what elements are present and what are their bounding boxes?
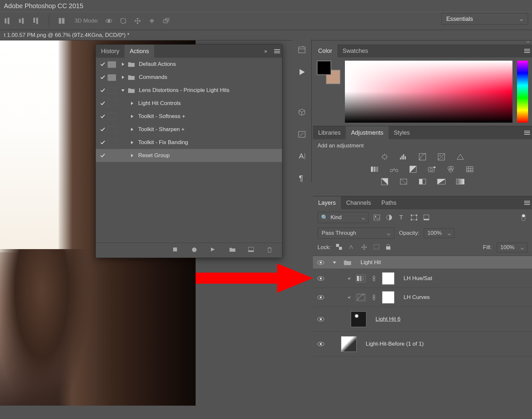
filter-pixel-icon[interactable] — [373, 214, 381, 221]
collapse-right-icon[interactable]: ›› — [313, 39, 532, 44]
lock-position-icon[interactable] — [361, 244, 368, 251]
chevron-down-icon[interactable] — [332, 261, 336, 264]
filter-adjustment-icon[interactable] — [385, 214, 393, 221]
tab-paths[interactable]: Paths — [376, 196, 402, 209]
collapse-icon[interactable]: » — [259, 45, 272, 58]
color-swatches[interactable] — [317, 61, 340, 84]
action-dialog-toggle[interactable] — [108, 152, 116, 159]
chevron-right-icon[interactable] — [119, 75, 126, 79]
history-dock-icon[interactable] — [296, 46, 307, 54]
tab-swatches[interactable]: Swatches — [337, 44, 373, 57]
action-dialog-toggle[interactable] — [108, 126, 116, 133]
roll-icon[interactable] — [119, 17, 127, 25]
chevron-right-icon[interactable] — [128, 127, 136, 131]
lock-image-icon[interactable] — [348, 244, 356, 251]
tab-color[interactable]: Color — [313, 44, 337, 57]
slide-icon[interactable] — [148, 17, 156, 25]
panel-menu-icon[interactable] — [522, 44, 532, 57]
threshold-icon[interactable] — [418, 178, 427, 186]
tab-adjustments[interactable]: Adjustments — [346, 126, 389, 139]
action-dialog-toggle[interactable] — [108, 139, 116, 146]
tab-channels[interactable]: Channels — [341, 196, 376, 209]
visibility-toggle[interactable] — [316, 317, 325, 322]
tab-actions[interactable]: Actions — [125, 45, 154, 58]
layer-name[interactable]: LH Hue/Sat — [404, 275, 432, 282]
play-icon[interactable] — [210, 247, 217, 254]
tab-libraries[interactable]: Libraries — [313, 126, 346, 139]
gradient-map-icon[interactable] — [436, 178, 446, 186]
action-dialog-toggle[interactable] — [108, 87, 116, 94]
layer-row[interactable]: Light Hit — [313, 256, 532, 269]
foreground-color-swatch[interactable] — [317, 61, 331, 75]
color-lookup-icon[interactable] — [465, 165, 475, 173]
panel-menu-icon[interactable] — [272, 45, 282, 58]
channel-mixer-icon[interactable] — [446, 165, 456, 173]
layer-name[interactable]: Light Hit 6 — [376, 316, 401, 322]
selective-color-icon[interactable] — [455, 178, 465, 186]
align-icon-4[interactable] — [58, 17, 66, 25]
new-set-icon[interactable] — [229, 247, 236, 254]
action-row[interactable]: Light Hit Controls — [96, 97, 282, 110]
visibility-toggle[interactable] — [316, 276, 325, 281]
panel-menu-icon[interactable] — [522, 196, 532, 209]
lock-all-icon[interactable] — [386, 244, 393, 251]
chevron-down-icon[interactable] — [119, 89, 126, 92]
trash-icon[interactable] — [267, 247, 274, 254]
action-row[interactable]: Toolkit - Softness + — [96, 110, 282, 123]
new-action-icon[interactable] — [248, 247, 255, 254]
visibility-toggle[interactable] — [316, 260, 325, 265]
stop-icon[interactable] — [172, 247, 180, 254]
hue-slider[interactable] — [517, 61, 528, 123]
brightness-contrast-icon[interactable] — [380, 153, 390, 161]
action-dialog-toggle[interactable] — [108, 61, 116, 68]
chevron-right-icon[interactable] — [119, 62, 126, 66]
action-row[interactable]: Lens Distortions - Principle Light Hits — [96, 84, 282, 97]
3d-dock-icon[interactable] — [296, 108, 307, 117]
chevron-right-icon[interactable] — [128, 141, 136, 144]
orbit-icon[interactable] — [105, 17, 113, 25]
tab-layers[interactable]: Layers — [313, 196, 341, 209]
action-checkmark[interactable] — [98, 127, 108, 132]
tab-styles[interactable]: Styles — [389, 126, 415, 139]
layer-thumb[interactable] — [351, 311, 366, 327]
filter-shape-icon[interactable] — [410, 214, 418, 221]
action-checkmark[interactable] — [98, 114, 108, 119]
properties-dock-icon[interactable] — [296, 130, 307, 139]
action-row[interactable]: Toolkit - Sharpen + — [96, 123, 282, 136]
action-dialog-toggle[interactable] — [108, 113, 116, 120]
chevron-right-icon[interactable] — [128, 101, 136, 105]
action-checkmark[interactable] — [98, 62, 108, 67]
color-picker[interactable] — [345, 61, 512, 123]
character-dock-icon[interactable]: A — [296, 152, 307, 160]
workspace-select[interactable]: Essentials ⌵ — [441, 13, 528, 25]
mask-thumb[interactable] — [382, 272, 394, 285]
filter-smart-icon[interactable] — [422, 214, 430, 221]
black-white-icon[interactable] — [408, 165, 418, 173]
action-checkmark[interactable] — [98, 101, 108, 106]
visibility-toggle[interactable] — [316, 295, 325, 300]
action-checkmark[interactable] — [98, 88, 108, 93]
action-row[interactable]: Reset Group — [96, 149, 282, 162]
action-row[interactable]: Toolkit - Fix Banding — [96, 136, 282, 149]
layer-row[interactable]: Light-Hit-Before (1 of 1) — [313, 332, 532, 356]
panel-menu-icon[interactable] — [522, 126, 532, 139]
layer-name[interactable]: Light-Hit-Before (1 of 1) — [366, 341, 424, 347]
curves-icon[interactable] — [418, 153, 427, 161]
layer-name[interactable]: LH Curves — [404, 294, 430, 301]
posterize-icon[interactable] — [399, 178, 408, 186]
chevron-right-icon[interactable] — [128, 154, 136, 157]
vibrance-icon[interactable] — [455, 153, 465, 161]
levels-icon[interactable] — [399, 153, 408, 161]
lock-transparency-icon[interactable] — [336, 244, 343, 251]
action-row[interactable]: Commands — [96, 71, 282, 84]
action-row[interactable]: Default Actions — [96, 58, 282, 71]
layer-name[interactable]: Light Hit — [361, 259, 381, 266]
paragraph-dock-icon[interactable]: ¶ — [296, 174, 307, 183]
visibility-toggle[interactable] — [316, 341, 325, 347]
pan-icon[interactable] — [133, 17, 142, 25]
action-checkmark[interactable] — [98, 153, 108, 158]
layer-thumb[interactable] — [341, 336, 357, 352]
align-icon-1[interactable] — [3, 17, 12, 25]
layer-row[interactable]: LH Hue/Sat — [313, 269, 532, 288]
action-dialog-toggle[interactable] — [108, 100, 116, 107]
